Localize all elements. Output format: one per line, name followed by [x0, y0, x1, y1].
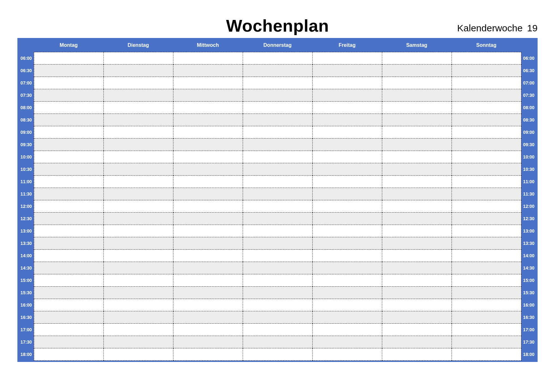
time-slot[interactable]: [312, 188, 382, 200]
time-slot[interactable]: [452, 139, 521, 151]
time-slot[interactable]: [103, 348, 173, 361]
time-slot[interactable]: [243, 299, 312, 311]
time-slot[interactable]: [243, 102, 312, 114]
time-slot[interactable]: [173, 139, 243, 151]
time-slot[interactable]: [382, 250, 452, 262]
time-slot[interactable]: [243, 176, 312, 188]
time-slot[interactable]: [103, 65, 173, 77]
time-slot[interactable]: [312, 102, 382, 114]
time-slot[interactable]: [173, 262, 243, 274]
time-slot[interactable]: [34, 139, 103, 151]
time-slot[interactable]: [103, 274, 173, 287]
time-slot[interactable]: [382, 102, 452, 114]
time-slot[interactable]: [382, 336, 452, 348]
time-slot[interactable]: [103, 213, 173, 225]
time-slot[interactable]: [312, 176, 382, 188]
time-slot[interactable]: [173, 299, 243, 311]
time-slot[interactable]: [312, 139, 382, 151]
time-slot[interactable]: [452, 225, 521, 237]
time-slot[interactable]: [452, 287, 521, 299]
time-slot[interactable]: [452, 163, 521, 176]
time-slot[interactable]: [34, 65, 103, 77]
time-slot[interactable]: [173, 287, 243, 299]
time-slot[interactable]: [103, 237, 173, 250]
time-slot[interactable]: [173, 225, 243, 237]
time-slot[interactable]: [34, 151, 103, 163]
time-slot[interactable]: [452, 250, 521, 262]
time-slot[interactable]: [312, 299, 382, 311]
time-slot[interactable]: [173, 200, 243, 213]
time-slot[interactable]: [382, 200, 452, 213]
time-slot[interactable]: [312, 151, 382, 163]
time-slot[interactable]: [243, 151, 312, 163]
time-slot[interactable]: [382, 348, 452, 361]
time-slot[interactable]: [173, 274, 243, 287]
time-slot[interactable]: [452, 299, 521, 311]
time-slot[interactable]: [243, 52, 312, 65]
time-slot[interactable]: [243, 274, 312, 287]
time-slot[interactable]: [452, 311, 521, 324]
time-slot[interactable]: [312, 225, 382, 237]
time-slot[interactable]: [243, 89, 312, 102]
time-slot[interactable]: [34, 225, 103, 237]
time-slot[interactable]: [34, 163, 103, 176]
time-slot[interactable]: [103, 52, 173, 65]
time-slot[interactable]: [382, 311, 452, 324]
time-slot[interactable]: [34, 52, 103, 65]
time-slot[interactable]: [173, 126, 243, 139]
time-slot[interactable]: [312, 200, 382, 213]
time-slot[interactable]: [173, 176, 243, 188]
time-slot[interactable]: [312, 77, 382, 89]
time-slot[interactable]: [382, 299, 452, 311]
time-slot[interactable]: [452, 200, 521, 213]
time-slot[interactable]: [103, 176, 173, 188]
time-slot[interactable]: [382, 139, 452, 151]
time-slot[interactable]: [243, 237, 312, 250]
time-slot[interactable]: [452, 126, 521, 139]
time-slot[interactable]: [243, 324, 312, 336]
time-slot[interactable]: [452, 52, 521, 65]
time-slot[interactable]: [103, 250, 173, 262]
time-slot[interactable]: [34, 114, 103, 126]
time-slot[interactable]: [452, 102, 521, 114]
time-slot[interactable]: [34, 287, 103, 299]
time-slot[interactable]: [173, 77, 243, 89]
time-slot[interactable]: [452, 348, 521, 361]
time-slot[interactable]: [34, 213, 103, 225]
time-slot[interactable]: [103, 188, 173, 200]
time-slot[interactable]: [243, 163, 312, 176]
time-slot[interactable]: [452, 324, 521, 336]
time-slot[interactable]: [173, 65, 243, 77]
time-slot[interactable]: [173, 324, 243, 336]
time-slot[interactable]: [103, 151, 173, 163]
time-slot[interactable]: [312, 89, 382, 102]
time-slot[interactable]: [34, 77, 103, 89]
time-slot[interactable]: [34, 89, 103, 102]
time-slot[interactable]: [34, 336, 103, 348]
time-slot[interactable]: [243, 287, 312, 299]
time-slot[interactable]: [34, 102, 103, 114]
time-slot[interactable]: [452, 176, 521, 188]
time-slot[interactable]: [103, 114, 173, 126]
time-slot[interactable]: [103, 287, 173, 299]
time-slot[interactable]: [34, 176, 103, 188]
time-slot[interactable]: [243, 225, 312, 237]
time-slot[interactable]: [452, 213, 521, 225]
time-slot[interactable]: [243, 336, 312, 348]
time-slot[interactable]: [34, 200, 103, 213]
time-slot[interactable]: [173, 114, 243, 126]
time-slot[interactable]: [34, 188, 103, 200]
time-slot[interactable]: [173, 237, 243, 250]
time-slot[interactable]: [173, 89, 243, 102]
time-slot[interactable]: [103, 225, 173, 237]
time-slot[interactable]: [382, 188, 452, 200]
time-slot[interactable]: [382, 89, 452, 102]
time-slot[interactable]: [382, 52, 452, 65]
time-slot[interactable]: [452, 262, 521, 274]
time-slot[interactable]: [243, 126, 312, 139]
time-slot[interactable]: [382, 176, 452, 188]
time-slot[interactable]: [382, 225, 452, 237]
time-slot[interactable]: [382, 77, 452, 89]
time-slot[interactable]: [312, 213, 382, 225]
time-slot[interactable]: [243, 250, 312, 262]
